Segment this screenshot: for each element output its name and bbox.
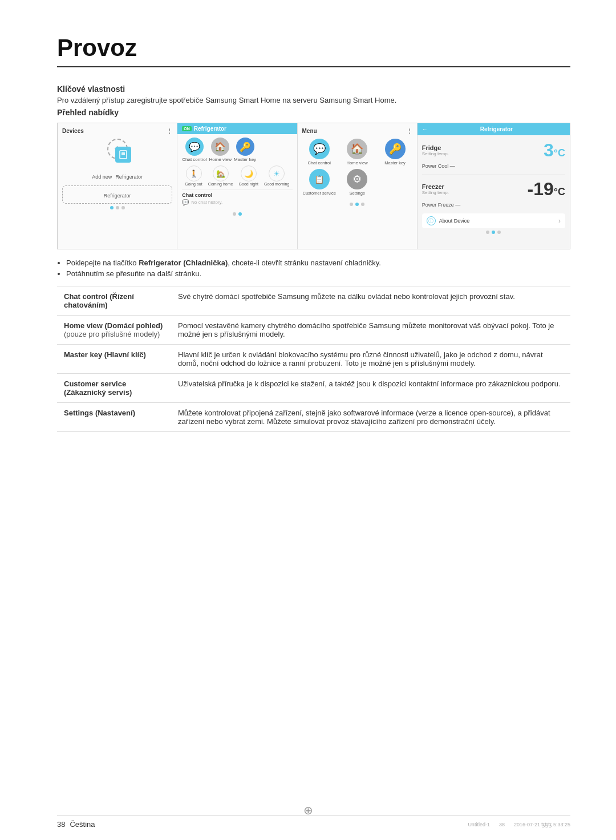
table-term-service: Customer service (Zákaznický servis) bbox=[57, 374, 171, 403]
screen3-header: Menu ⋮ bbox=[302, 128, 412, 134]
table-desc-service: Uživatelská příručka je k dispozici ke s… bbox=[171, 374, 570, 403]
about-device-content: ⓘ About Device bbox=[427, 216, 470, 225]
going-out-mode[interactable]: 🚶 Going out bbox=[185, 165, 202, 186]
dot-1 bbox=[110, 206, 114, 209]
menu-home-label: Home view bbox=[347, 160, 368, 165]
dot-s3-1 bbox=[350, 203, 353, 206]
table-term-home: Home view (Domácí pohled) (pouze pro pří… bbox=[57, 316, 171, 345]
dot-s4-3 bbox=[497, 231, 501, 234]
screen4-header: ← Refrigerator bbox=[418, 123, 570, 135]
add-new-label: Add new bbox=[92, 174, 112, 180]
no-chat-history-row: 💬 No chat history. bbox=[182, 199, 292, 205]
screen2-title: Refrigerator bbox=[194, 126, 226, 132]
about-device-label: About Device bbox=[439, 218, 470, 224]
dot-s3-2 bbox=[355, 203, 359, 206]
add-circle[interactable]: + bbox=[107, 139, 128, 159]
bottom-crosshair-decoration: ⊕ bbox=[303, 803, 313, 817]
freezer-temp-display: -19°C bbox=[528, 179, 565, 200]
freezer-info: Freezer Setting temp. bbox=[422, 183, 449, 195]
coming-home-label: Coming home bbox=[208, 182, 233, 186]
no-chat-text: No chat history. bbox=[191, 200, 222, 205]
going-out-label: Going out bbox=[185, 182, 202, 186]
fridge-sublabel: Setting temp. bbox=[422, 151, 449, 156]
fridge-temp-value: 3 bbox=[544, 140, 554, 160]
master-key-icon: 🔑 bbox=[236, 138, 254, 156]
table-term-master: Master key (Hlavní klíč) bbox=[57, 345, 171, 374]
dot-2 bbox=[116, 206, 119, 209]
freezer-temp-row: Freezer Setting temp. -19°C bbox=[422, 179, 565, 200]
mode-icons-row: 🚶 Going out 🏡 Coming home 🌙 Good night ☀… bbox=[182, 165, 292, 186]
chat-control-icon-item[interactable]: 💬 Chat control bbox=[182, 138, 206, 162]
screen-refrigerator-settings: ← Refrigerator Fridge Setting temp. 3°C … bbox=[418, 123, 570, 249]
table-row-master-key: Master key (Hlavní klíč) Hlavní klíč je … bbox=[57, 345, 570, 374]
devices-label: Devices bbox=[62, 128, 84, 134]
menu-items-grid: 💬 Chat control 🏠 Home view 🔑 Master key … bbox=[302, 139, 412, 196]
menu-customer-service[interactable]: 📋 Customer service bbox=[302, 169, 337, 196]
menu-key-icon: 🔑 bbox=[385, 139, 406, 159]
dot-3 bbox=[121, 206, 125, 209]
freezer-section: Freezer Setting temp. -19°C Power Freeze… bbox=[422, 179, 565, 208]
menu-home-view[interactable]: 🏠 Home view bbox=[340, 139, 374, 165]
menu-settings-label: Settings bbox=[350, 191, 365, 196]
bullet-list: Poklepejte na tlačítko Refrigerator (Chl… bbox=[57, 259, 570, 278]
svg-rect-1 bbox=[121, 152, 125, 155]
freezer-temp-value: -19 bbox=[528, 179, 554, 199]
section2-heading: Přehled nabídky bbox=[57, 108, 570, 117]
table-row-settings: Settings (Nastavení) Můžete kontrolovat … bbox=[57, 403, 570, 432]
freezer-temp-unit: °C bbox=[554, 186, 565, 197]
page-footer: 38 Čeština Untitled-1 38 2016-07-21 ꜩꜩꜩ … bbox=[57, 815, 570, 829]
dashed-box-label: Refrigerator bbox=[104, 193, 131, 199]
footer-page-code: 38 bbox=[499, 822, 505, 827]
screen3-nav-dots bbox=[302, 200, 412, 208]
menu-service-icon: 📋 bbox=[309, 169, 330, 189]
about-device-row[interactable]: ⓘ About Device › bbox=[422, 213, 565, 228]
fridge-temp-display: 3°C bbox=[544, 140, 565, 161]
fridge-temp-row: Fridge Setting temp. 3°C bbox=[422, 140, 565, 161]
coming-home-mode[interactable]: 🏡 Coming home bbox=[208, 165, 233, 186]
menu-settings-icon: ⚙ bbox=[347, 169, 367, 189]
bullet-1: Poklepejte na tlačítko Refrigerator (Chl… bbox=[66, 259, 570, 267]
going-out-icon: 🚶 bbox=[186, 165, 202, 181]
master-key-icon-item[interactable]: 🔑 Master key bbox=[234, 138, 256, 162]
screen3-menu-icon: ⋮ bbox=[407, 128, 412, 134]
screen-menu: Menu ⋮ 💬 Chat control 🏠 Home view 🔑 Mast… bbox=[298, 123, 418, 249]
table-row-customer-service: Customer service (Zákaznický servis) Uži… bbox=[57, 374, 570, 403]
footer-right: Untitled-1 38 2016-07-21 ꜩꜩꜩ 5:33:25 bbox=[468, 822, 570, 827]
on-badge: ON bbox=[182, 126, 192, 131]
menu-service-label: Customer service bbox=[303, 191, 336, 196]
screen4-nav-dots bbox=[422, 228, 565, 236]
table-desc-chat: Své chytré domácí spotřebiče Samsung můž… bbox=[171, 286, 570, 316]
good-morning-icon: ☀ bbox=[269, 165, 285, 181]
power-cool-row: Power Cool — bbox=[422, 163, 565, 169]
table-row-chat-control: Chat control (Řízení chatováním) Své chy… bbox=[57, 286, 570, 316]
home-view-icon: 🏠 bbox=[211, 138, 229, 156]
footer-left: 38 Čeština bbox=[57, 820, 95, 829]
fridge-divider bbox=[422, 175, 565, 175]
home-view-icon-item[interactable]: 🏠 Home view bbox=[209, 138, 232, 162]
fridge-label: Fridge bbox=[422, 144, 449, 151]
section1-heading: Klíčové vlastnosti bbox=[57, 84, 570, 94]
dot-s4-1 bbox=[486, 231, 489, 234]
good-night-label: Good night bbox=[239, 182, 258, 186]
good-night-mode[interactable]: 🌙 Good night bbox=[239, 165, 258, 186]
dot-s2-1 bbox=[233, 212, 236, 216]
menu-chat-control[interactable]: 💬 Chat control bbox=[302, 139, 337, 165]
chat-control-icon: 💬 bbox=[185, 138, 204, 156]
freezer-label: Freezer bbox=[422, 183, 449, 190]
table-desc-master: Hlavní klíč je určen k ovládání blokovac… bbox=[171, 345, 570, 374]
screen1-nav-dots bbox=[62, 204, 172, 212]
screen2-nav-dots bbox=[182, 210, 292, 218]
back-arrow-icon[interactable]: ← bbox=[422, 126, 428, 132]
screenshots-row: Devices ⋮ + Add new Refrigerator bbox=[57, 123, 570, 249]
screen2-top-icons: 💬 Chat control 🏠 Home view 🔑 Master key bbox=[182, 138, 292, 162]
refrigerator-label: Refrigerator bbox=[115, 174, 143, 180]
menu-key-label: Master key bbox=[384, 160, 406, 165]
good-morning-mode[interactable]: ☀ Good morning bbox=[264, 165, 289, 186]
menu-master-key[interactable]: 🔑 Master key bbox=[378, 139, 412, 165]
dot-s4-2 bbox=[492, 231, 495, 234]
power-freeze-row: Power Freeze — bbox=[422, 202, 565, 208]
footer-datetime: 2016-07-21 ꜩꜩꜩ 5:33:25 bbox=[514, 822, 570, 827]
chevron-right-icon: › bbox=[558, 217, 561, 225]
table-desc-home: Pomocí vestavěné kamery chytrého domácíh… bbox=[171, 316, 570, 345]
menu-settings[interactable]: ⚙ Settings bbox=[340, 169, 374, 196]
